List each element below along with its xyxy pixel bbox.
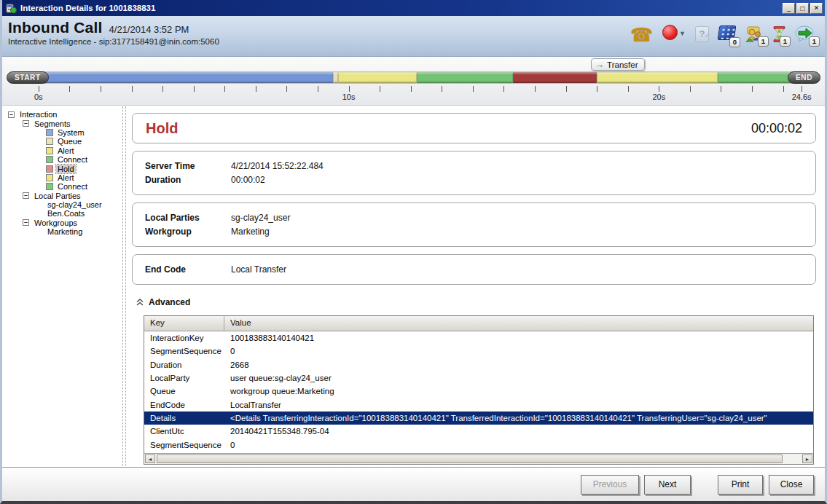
advanced-row-endcode[interactable]: EndCodeLocalTransfer: [144, 398, 813, 411]
close-button[interactable]: Close: [769, 475, 814, 495]
segment-color-chip: [46, 138, 53, 145]
tree-item-label: Queue: [56, 137, 83, 146]
call-subtitle: Interactive Intelligence - sip:317715849…: [8, 37, 219, 46]
tree-item-hold[interactable]: Hold: [2, 164, 122, 173]
ruler-tick: [473, 86, 474, 92]
call-type-title: Inbound Call: [8, 19, 103, 36]
segment-detail-panel: Hold 00:00:02 Server Time4/21/2014 15:52…: [128, 106, 820, 466]
advanced-row-clientutc[interactable]: ClientUtc20140421T155348.795-04: [144, 425, 813, 438]
row-key: EndCode: [144, 401, 224, 409]
transfer-chat-button[interactable]: 1: [795, 25, 815, 42]
ruler-tick: [256, 86, 256, 92]
ruler-label: 10s: [342, 92, 356, 101]
scrollbar-thumb[interactable]: [157, 454, 783, 463]
scroll-left-arrow[interactable]: ◄: [145, 454, 155, 463]
close-window-button[interactable]: ✕: [810, 3, 823, 14]
tree-item-label: Alert: [56, 146, 76, 155]
info-label: Workgroup: [145, 226, 231, 237]
keypad-button[interactable]: 0: [718, 25, 735, 43]
tree-item-label: Connect: [56, 182, 89, 191]
ruler-tick: [628, 86, 629, 92]
timeline-segment-connect[interactable]: [417, 72, 513, 83]
row-value: 0: [224, 347, 813, 355]
tree-item-label: Local Parties: [33, 192, 82, 200]
column-header-value[interactable]: Value: [224, 316, 257, 331]
minimize-button[interactable]: _: [783, 3, 795, 14]
ruler-tick: [752, 86, 753, 92]
ruler-tick: [286, 86, 287, 92]
timeline-segment-alert[interactable]: [597, 72, 718, 83]
app-icon[interactable]: [6, 3, 17, 14]
tree-item-workgroups[interactable]: −Workgroups: [2, 218, 122, 227]
collapse-icon[interactable]: −: [23, 192, 29, 199]
ruler-tick: [162, 86, 163, 92]
advanced-row-segmentsequence[interactable]: SegmentSequence0: [144, 344, 813, 358]
info-label: Server Time: [145, 160, 231, 172]
tree-item-label: Interaction: [18, 110, 58, 119]
tree-item-alert[interactable]: Alert: [2, 173, 122, 182]
interaction-timeline: → Transfer START END 0s10s20s24.6s: [2, 57, 825, 106]
phone-icon[interactable]: ☎: [630, 25, 653, 43]
timeline-segment-hold[interactable]: [513, 72, 597, 83]
collapse-icon[interactable]: −: [23, 219, 29, 226]
tree-item-local-parties[interactable]: −Local Parties: [2, 192, 122, 200]
timeline-segment-alert[interactable]: [338, 72, 418, 83]
row-key: SegmentSequence: [144, 347, 224, 355]
tree-item-marketing[interactable]: Marketing: [2, 227, 122, 236]
info-value: Marketing: [231, 226, 270, 237]
next-button[interactable]: Next: [644, 475, 691, 495]
tree-item-label: Ben.Coats: [46, 209, 86, 218]
record-button[interactable]: ▼: [662, 25, 686, 43]
advanced-row-queue[interactable]: Queueworkgroup queue:Marketing: [144, 385, 813, 398]
party-info-box: Local Partiessg-clay24_user WorkgroupMar…: [132, 202, 816, 247]
people-button[interactable]: 1: [745, 26, 764, 42]
print-button[interactable]: Print: [718, 475, 763, 495]
transfer-arrow-icon: →: [595, 61, 604, 68]
ruler-tick: [194, 86, 195, 92]
tree-item-label: Workgroups: [33, 218, 79, 227]
transfer-marker[interactable]: → Transfer: [591, 58, 644, 71]
info-value: 4/21/2014 15:52:22.484: [231, 160, 324, 172]
row-key: ClientUtc: [144, 427, 224, 436]
advanced-row-duration[interactable]: Duration2668: [144, 358, 813, 371]
ruler-tick: [224, 86, 225, 92]
tree-item-segments[interactable]: −Segments: [2, 119, 122, 127]
column-header-key[interactable]: Key: [144, 316, 224, 331]
advanced-row-details[interactable]: Details<Details TransferringInteractionI…: [144, 412, 813, 425]
hourglass-badge: 1: [780, 36, 791, 47]
panel-divider[interactable]: [122, 106, 126, 466]
tree-item-alert[interactable]: Alert: [2, 146, 122, 155]
hold-timer-button[interactable]: 1: [773, 26, 785, 42]
advanced-toggle[interactable]: Advanced: [136, 297, 820, 307]
scroll-right-arrow[interactable]: ►: [802, 454, 812, 463]
advanced-row-localparty[interactable]: LocalPartyuser queue:sg-clay24_user: [144, 371, 813, 385]
tree-item-queue[interactable]: Queue: [2, 137, 122, 146]
tree-item-interaction[interactable]: −Interaction: [2, 110, 122, 119]
tree-item-sg-clay24-user[interactable]: sg-clay24_user: [2, 200, 122, 209]
collapse-chevron-icon: [136, 299, 144, 306]
collapse-icon[interactable]: −: [8, 111, 15, 118]
tree-item-system[interactable]: System: [2, 128, 122, 137]
request-assistance-icon: ?✓: [695, 26, 709, 42]
record-icon: [662, 25, 678, 40]
row-key: SegmentSequence: [144, 441, 224, 449]
row-key: Queue: [144, 387, 224, 395]
tree-item-connect[interactable]: Connect: [2, 182, 122, 191]
tree-item-connect[interactable]: Connect: [2, 155, 122, 164]
ruler-tick: [659, 86, 659, 92]
maximize-button[interactable]: □: [796, 3, 809, 14]
row-value: workgroup queue:Marketing: [224, 387, 813, 395]
advanced-row-segmentsequence[interactable]: SegmentSequence0: [144, 438, 813, 451]
advanced-row-interactionkey[interactable]: InteractionKey100183883140140421: [144, 331, 813, 344]
tree-item-label: Connect: [56, 155, 89, 164]
timeline-segment-system[interactable]: [9, 72, 333, 83]
ruler-tick: [411, 86, 412, 92]
tree-item-ben-coats[interactable]: Ben.Coats: [2, 209, 122, 218]
info-value: Local Transfer: [231, 264, 286, 275]
info-label: End Code: [145, 264, 231, 275]
row-key: InteractionKey: [144, 334, 224, 342]
ruler-label: 24.6s: [792, 92, 812, 101]
collapse-icon[interactable]: −: [23, 120, 29, 127]
horizontal-scrollbar[interactable]: ◄ ►: [144, 453, 813, 464]
record-dropdown-icon[interactable]: ▼: [679, 30, 686, 37]
